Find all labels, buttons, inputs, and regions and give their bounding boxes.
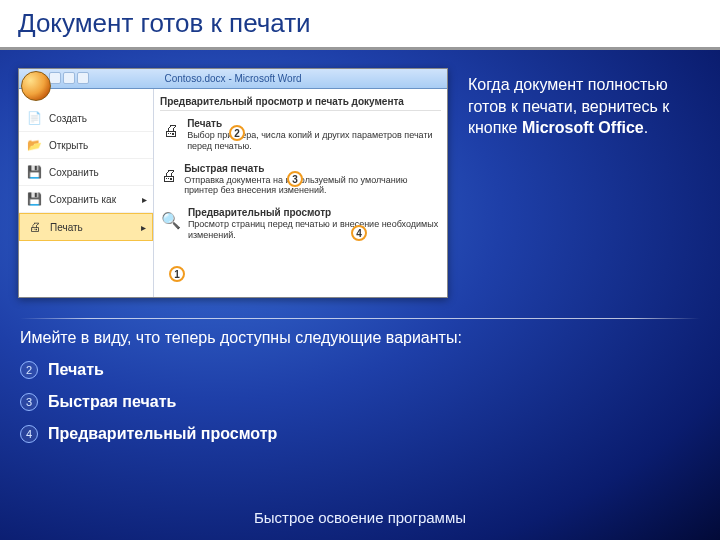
preview-icon: 🔍 — [160, 207, 182, 233]
office-menu-right-panel: Предварительный просмотр и печать докуме… — [154, 89, 447, 297]
bullet-label: Быстрая печать — [48, 393, 176, 411]
qat-button[interactable] — [63, 72, 75, 84]
side-text-post: . — [644, 119, 648, 136]
qat-button[interactable] — [77, 72, 89, 84]
bullet-item: 2 Печать — [20, 361, 700, 379]
menu-item-save-as[interactable]: 💾 Сохранить как ▸ — [19, 186, 153, 213]
num-badge: 3 — [20, 393, 38, 411]
bottom-text: Имейте в виду, что теперь доступны следу… — [0, 329, 720, 443]
panel-title: Предварительный просмотр и печать докуме… — [160, 93, 441, 111]
option-desc: Выбор принтера, числа копий и других пар… — [187, 130, 432, 151]
menu-item-print[interactable]: 🖨 Печать ▸ — [19, 213, 153, 241]
callout-2: 2 — [229, 125, 245, 141]
divider — [20, 318, 700, 319]
callout-1: 1 — [169, 266, 185, 282]
num-badge: 4 — [20, 425, 38, 443]
option-title: Предварительный просмотр — [188, 207, 331, 218]
menu-label: Печать — [50, 222, 83, 233]
bullet-item: 3 Быстрая печать — [20, 393, 700, 411]
new-icon: 📄 — [25, 109, 43, 127]
bullet-list: 2 Печать 3 Быстрая печать 4 Предваритель… — [20, 361, 700, 443]
print-icon: 🖨 — [160, 118, 181, 144]
menu-item-save[interactable]: 💾 Сохранить — [19, 159, 153, 186]
office-menu-left: 📄 Создать 📂 Открыть 💾 Сохранить 💾 Сохран… — [19, 89, 154, 297]
qat-button[interactable] — [49, 72, 61, 84]
callout-4: 4 — [351, 225, 367, 241]
save-as-icon: 💾 — [25, 190, 43, 208]
menu-item-new[interactable]: 📄 Создать — [19, 105, 153, 132]
content-row: Contoso.docx - Microsoft Word 📄 Создать … — [0, 50, 720, 308]
save-icon: 💾 — [25, 163, 43, 181]
slide-title: Документ готов к печати — [0, 0, 720, 50]
option-title: Быстрая печать — [184, 163, 264, 174]
bullet-label: Предварительный просмотр — [48, 425, 277, 443]
menu-label: Открыть — [49, 140, 88, 151]
quick-access-toolbar — [49, 72, 89, 84]
option-desc: Просмотр страниц перед печатью и внесени… — [188, 219, 438, 240]
chevron-right-icon: ▸ — [142, 194, 147, 205]
option-title: Печать — [187, 118, 222, 129]
footer-text: Быстрое освоение программы — [0, 509, 720, 526]
office-button[interactable] — [21, 71, 51, 101]
menu-item-open[interactable]: 📂 Открыть — [19, 132, 153, 159]
callout-3: 3 — [287, 171, 303, 187]
side-text-bold: Microsoft Office — [522, 119, 644, 136]
side-text: Когда документ полностью готов к печати,… — [468, 68, 702, 298]
menu-label: Сохранить — [49, 167, 99, 178]
app-screenshot: Contoso.docx - Microsoft Word 📄 Создать … — [18, 68, 448, 298]
window-title: Contoso.docx - Microsoft Word — [164, 73, 301, 84]
chevron-right-icon: ▸ — [141, 222, 146, 233]
menu-label: Сохранить как — [49, 194, 116, 205]
option-print-preview[interactable]: 🔍 Предварительный просмотр Просмотр стра… — [160, 204, 441, 249]
window-titlebar: Contoso.docx - Microsoft Word — [19, 69, 447, 89]
menu-label: Создать — [49, 113, 87, 124]
intro-text: Имейте в виду, что теперь доступны следу… — [20, 329, 700, 347]
num-badge: 2 — [20, 361, 38, 379]
option-print[interactable]: 🖨 Печать Выбор принтера, числа копий и д… — [160, 115, 441, 160]
print-icon: 🖨 — [26, 218, 44, 236]
bullet-item: 4 Предварительный просмотр — [20, 425, 700, 443]
quick-print-icon: 🖨 — [160, 163, 178, 189]
bullet-label: Печать — [48, 361, 104, 379]
open-icon: 📂 — [25, 136, 43, 154]
